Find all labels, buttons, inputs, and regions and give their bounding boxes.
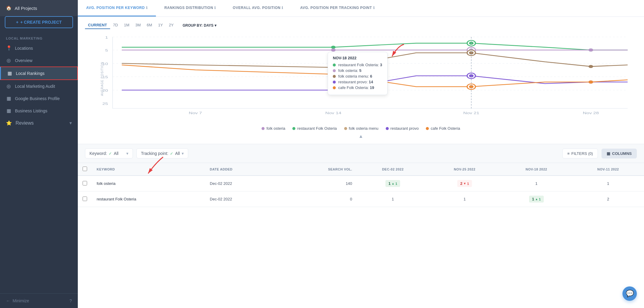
- home-icon: 🏠: [6, 5, 12, 11]
- svg-text:Nov 14: Nov 14: [325, 111, 341, 115]
- th-checkbox: [78, 163, 92, 176]
- th-dec-02-2022[interactable]: DEC-02 2022: [357, 163, 429, 176]
- reviews-label: Reviews: [16, 120, 34, 126]
- sidebar-item-reviews[interactable]: ⭐ Reviews ▾: [0, 117, 78, 129]
- collapse-chart-button[interactable]: ▲: [85, 132, 637, 141]
- legend-folk-osteria[interactable]: folk osteria: [262, 126, 285, 131]
- group-by-value: DAYS: [204, 23, 213, 28]
- legend-dot-folk-osteria: [262, 127, 265, 130]
- th-nov-25-2022[interactable]: NOV-25 2022: [429, 163, 501, 176]
- time-btn-7d[interactable]: 7D: [110, 22, 121, 29]
- legend-cafe-folk-osteria[interactable]: cafe Folk Osteria: [426, 126, 460, 131]
- tooltip-dot-4: [333, 86, 336, 89]
- all-projects-label: All Projects: [15, 6, 37, 11]
- svg-point-21: [331, 49, 335, 52]
- sidebar-minimize[interactable]: ← Minimize ?: [0, 293, 78, 308]
- time-controls: CURRENT 7D 1M 3M 6M 1Y 2Y GROUP BY: DAYS…: [85, 22, 637, 29]
- row1-dec02: 1 ▲ 1: [357, 176, 429, 191]
- time-btn-3m[interactable]: 3M: [132, 22, 144, 29]
- columns-icon: ▦: [607, 151, 610, 156]
- legend-restaurant-folk-osteria[interactable]: restaurant Folk Osteria: [292, 126, 337, 131]
- row1-nov25: 2 ▼ 1: [429, 176, 501, 191]
- overview-icon: ◎: [6, 58, 11, 63]
- tab-avg-position-keyword-label: AVG. POSITION PER KEYWORD: [86, 6, 145, 10]
- time-btn-6m[interactable]: 6M: [144, 22, 155, 29]
- question-icon: ?: [69, 298, 72, 303]
- table-wrapper: KEYWORD DATE ADDED SEARCH VOL. DEC-02 20…: [78, 163, 644, 308]
- sidebar-item-overview[interactable]: ◎ Overview: [0, 54, 78, 67]
- sidebar-item-google-business-profile[interactable]: ▦ Google Business Profile: [0, 92, 78, 105]
- reviews-icon: ⭐: [6, 120, 12, 126]
- tooltip-dot-1: [333, 69, 336, 72]
- business-listings-label: Business Listings: [15, 108, 47, 113]
- th-date-added[interactable]: DATE ADDED: [205, 163, 279, 176]
- tab-overall-avg-position[interactable]: OVERALL AVG. POSITION ℹ: [224, 0, 292, 16]
- create-project-button[interactable]: + + CREATE PROJECT: [5, 16, 73, 28]
- tooltip-item-2: folk osteria menu: 6: [333, 74, 382, 78]
- local-rankings-label: Local Rankings: [16, 71, 45, 76]
- th-nov-11-2022[interactable]: NOV-11 2022: [572, 163, 644, 176]
- legend-dot-cafe-folk-osteria: [426, 127, 429, 130]
- row2-date-added: Dec-02 2022: [205, 191, 279, 207]
- local-marketing-section-label: LOCAL MARKETING: [0, 33, 78, 42]
- columns-button[interactable]: ▦ COLUMNS: [602, 149, 637, 158]
- tracking-point-value: All: [175, 151, 180, 156]
- tooltip-dot-2: [333, 75, 336, 78]
- svg-text:5: 5: [105, 49, 108, 52]
- tab-avg-position-tracking-point[interactable]: AVG. POSITION PER TRACKING POINT ℹ: [292, 0, 383, 16]
- legend-label-folk-osteria-menu: folk osteria menu: [349, 126, 379, 131]
- sidebar-item-locations[interactable]: 📍 Locations: [0, 42, 78, 54]
- row2-checkbox[interactable]: [83, 197, 87, 201]
- filters-button[interactable]: ≡ FILTERS (0): [562, 149, 598, 158]
- tab-overall-avg-position-label: OVERALL AVG. POSITION: [233, 6, 281, 10]
- chat-bubble[interactable]: 💬: [622, 286, 637, 301]
- th-search-vol[interactable]: SEARCH VOL.: [279, 163, 357, 176]
- plus-icon: +: [16, 20, 19, 25]
- group-by-control[interactable]: GROUP BY: DAYS ▾: [183, 23, 216, 28]
- row2-search-vol: 0: [279, 191, 357, 207]
- keyword-filter-label: Keyword:: [89, 151, 107, 156]
- legend-dot-folk-osteria-menu: [344, 127, 347, 130]
- legend-dot-restaurant-provo: [386, 127, 389, 130]
- svg-text:Nov 7: Nov 7: [189, 111, 202, 115]
- sidebar-item-local-marketing-audit[interactable]: ◎ Local Marketing Audit: [0, 80, 78, 92]
- chart-legend: folk osteria restaurant Folk Osteria fol…: [85, 124, 637, 132]
- chart-tooltip: NOV-18 2022 restaurant Folk Osteria: 3 f…: [328, 52, 388, 95]
- tab-rankings-distribution-label: RANKINGS DISTRIBUTION: [164, 6, 213, 10]
- columns-btn-label: COLUMNS: [612, 151, 632, 156]
- chart-container: AVERAGE POSITION 1 5 10 15 20 25 Nov 7: [85, 34, 637, 124]
- tab-avg-position-keyword[interactable]: AVG. POSITION PER KEYWORD ℹ: [78, 0, 156, 16]
- time-btn-1y[interactable]: 1Y: [155, 22, 166, 29]
- svg-point-17: [331, 46, 335, 49]
- tab-avg-position-tracking-label: AVG. POSITION PER TRACKING POINT: [300, 6, 372, 10]
- row1-nov11: 1: [572, 176, 644, 191]
- row1-checkbox[interactable]: [83, 181, 87, 185]
- select-all-checkbox[interactable]: [83, 167, 87, 171]
- time-btn-1m[interactable]: 1M: [121, 22, 132, 29]
- row2-nov18: 1 ▲ 1: [500, 191, 572, 207]
- th-nov-18-2022[interactable]: NOV-18 2022: [500, 163, 572, 176]
- legend-restaurant-provo[interactable]: restaurant provo: [386, 126, 419, 131]
- tab-rankings-distribution[interactable]: RANKINGS DISTRIBUTION ℹ: [156, 0, 224, 16]
- legend-label-restaurant-provo: restaurant provo: [391, 126, 419, 131]
- legend-folk-osteria-menu[interactable]: folk osteria menu: [344, 126, 379, 131]
- location-icon: 📍: [6, 45, 11, 51]
- red-arrow-table: [138, 154, 168, 178]
- sidebar-item-local-rankings[interactable]: ▦ Local Rankings: [0, 67, 78, 80]
- table-row: restaurant Folk Osteria Dec-02 2022 0 1 …: [78, 191, 644, 207]
- legend-label-cafe-folk-osteria: cafe Folk Osteria: [431, 126, 460, 131]
- keyword-filter[interactable]: Keyword: ✓ All ▾: [85, 148, 133, 158]
- svg-point-24: [589, 49, 593, 52]
- sidebar-all-projects[interactable]: 🏠 All Projects: [0, 0, 78, 16]
- sidebar-item-business-listings[interactable]: ▦ Business Listings: [0, 105, 78, 117]
- minimize-label: Minimize: [13, 298, 29, 303]
- tooltip-label-4: cafe Folk Osteria: 19: [338, 85, 374, 90]
- chart-section: CURRENT 7D 1M 3M 6M 1Y 2Y GROUP BY: DAYS…: [78, 17, 644, 144]
- row2-dec02: 1: [357, 191, 429, 207]
- y-axis-label: AVERAGE POSITION: [101, 62, 104, 96]
- row1-search-vol: 140: [279, 176, 357, 191]
- time-btn-2y[interactable]: 2Y: [166, 22, 177, 29]
- time-btn-current[interactable]: CURRENT: [85, 22, 110, 29]
- tooltip-label-3: restaurant provo: 14: [338, 80, 373, 84]
- audit-icon: ◎: [6, 83, 11, 89]
